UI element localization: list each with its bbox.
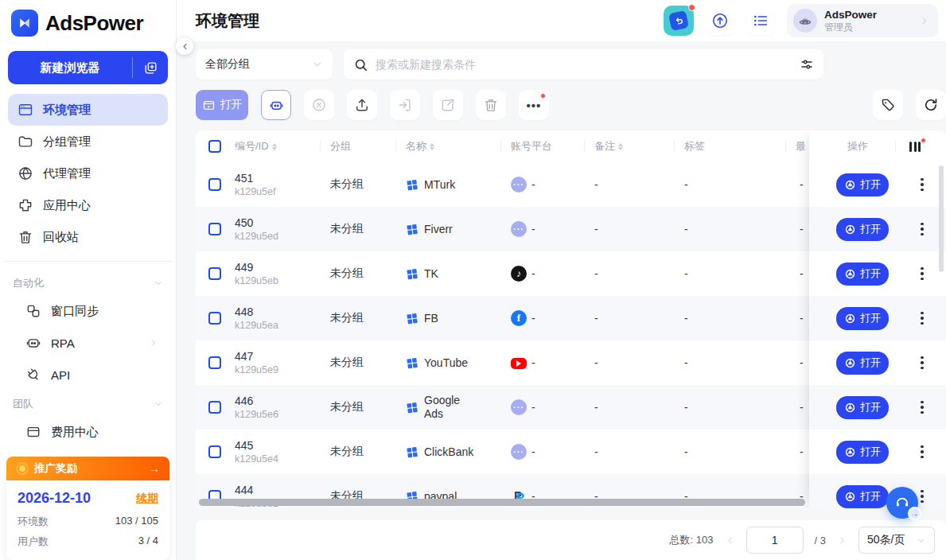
ops-fixed-panel: 操作 打开 打开 <box>809 130 946 509</box>
env-count-label: 环境数 <box>18 515 49 529</box>
row-id: 445 <box>235 438 330 453</box>
renew-link[interactable]: 续期 <box>136 492 158 506</box>
row-tag: - <box>684 267 796 280</box>
select-all-checkbox[interactable] <box>208 140 221 153</box>
coin-icon <box>16 462 29 475</box>
row-open-button[interactable]: 打开 <box>836 441 889 464</box>
row-more-menu[interactable] <box>917 264 927 284</box>
user-count-label: 用户数 <box>18 535 49 549</box>
sidebar-item-recycle-bin[interactable]: 回收站 <box>8 221 168 253</box>
sync-update-icon[interactable] <box>706 6 734 35</box>
row-more-menu[interactable] <box>917 398 927 418</box>
filter-sliders-icon[interactable] <box>800 57 814 72</box>
search-input[interactable] <box>376 58 792 71</box>
row-checkbox[interactable] <box>208 178 221 191</box>
row-open-button[interactable]: 打开 <box>836 262 889 286</box>
profile-menu[interactable]: AdsPower 管理员 <box>787 4 938 37</box>
sidebar-menu: 环境管理 分组管理 代理管理 应用中心 回收站 <box>0 89 176 253</box>
row-id: 448 <box>235 305 330 319</box>
export-upload-button[interactable] <box>347 90 377 120</box>
apps-icon <box>18 197 33 213</box>
row-code: k129u5e4 <box>235 453 330 466</box>
tags-button[interactable] <box>873 90 903 120</box>
row-more-menu[interactable] <box>917 487 927 507</box>
new-browser-button[interactable]: 新建浏览器 <box>8 51 168 84</box>
sidebar-item-rpa[interactable]: RPA <box>8 327 168 359</box>
chevron-down-icon <box>312 59 323 70</box>
more-actions-button[interactable]: ••• <box>519 90 549 120</box>
sidebar-item-apps[interactable]: 应用中心 <box>8 189 168 221</box>
row-more-menu[interactable] <box>917 309 927 329</box>
page-size-dropdown[interactable]: 50条/页 <box>858 527 935 554</box>
section-team[interactable]: 团队 <box>0 391 176 416</box>
close-browsers-button[interactable] <box>304 90 334 120</box>
row-open-button[interactable]: 打开 <box>836 396 889 419</box>
row-open-button[interactable]: 打开 <box>836 218 889 241</box>
row-checkbox[interactable] <box>208 401 221 414</box>
user-count-value: 3 / 4 <box>138 535 158 549</box>
row-open-button[interactable]: 打开 <box>836 173 889 196</box>
sidebar-collapse-button[interactable] <box>176 37 193 55</box>
row-checkbox[interactable] <box>208 267 221 280</box>
platform-icon: ··· <box>511 444 527 460</box>
column-header-id[interactable]: 编号/ID <box>235 139 330 154</box>
open-label: 打开 <box>860 356 881 370</box>
support-help-button[interactable]: → <box>886 487 918 519</box>
rpa-task-button[interactable] <box>261 90 291 120</box>
row-checkbox[interactable] <box>208 223 221 235</box>
row-open-button[interactable]: 打开 <box>836 352 889 375</box>
task-list-icon[interactable] <box>746 6 775 35</box>
column-settings-icon[interactable] <box>909 142 921 152</box>
window-sync-icon <box>25 303 41 319</box>
next-page-button[interactable] <box>837 535 847 546</box>
share-button[interactable] <box>433 90 463 120</box>
row-checkbox[interactable] <box>208 312 221 325</box>
robot-icon <box>25 335 41 351</box>
sidebar-item-label: 回收站 <box>43 230 79 245</box>
row-code: k129u5ed <box>235 230 330 243</box>
row-more-menu[interactable] <box>917 175 927 195</box>
sort-icon[interactable] <box>430 143 434 150</box>
sidebar-item-proxies[interactable]: 代理管理 <box>8 158 168 189</box>
sort-icon[interactable] <box>618 143 623 150</box>
row-more-menu[interactable] <box>917 353 927 373</box>
row-open-button[interactable]: 打开 <box>836 307 889 330</box>
platform-icon: ♪ <box>511 266 527 282</box>
refresh-button[interactable] <box>916 90 946 120</box>
row-checkbox[interactable] <box>208 356 221 369</box>
row-open-button[interactable]: 打开 <box>836 485 889 508</box>
profile-name: AdsPower <box>824 9 877 21</box>
brand-logo: AdsPower <box>0 0 176 41</box>
import-button[interactable] <box>390 90 420 120</box>
vertical-scrollbar[interactable] <box>939 165 944 272</box>
sidebar-item-window-sync[interactable]: 窗口同步 <box>8 295 168 327</box>
batch-open-button[interactable]: 打开 <box>196 90 248 120</box>
promo-banner[interactable]: 推广奖励 → <box>6 457 169 480</box>
group-filter-dropdown[interactable]: 全部分组 <box>196 49 333 80</box>
table-row-actions: 打开 <box>809 385 946 430</box>
row-remark: - <box>594 178 684 191</box>
sidebar-item-api[interactable]: API <box>8 359 168 391</box>
horizontal-scrollbar[interactable] <box>199 499 805 506</box>
platform-icon: ··· <box>511 221 527 237</box>
row-more-menu[interactable] <box>917 442 927 462</box>
column-header-remark[interactable]: 备注 <box>594 139 684 154</box>
sort-icon[interactable] <box>272 143 277 150</box>
youtube-icon <box>511 358 527 369</box>
column-header-name[interactable]: 名称 <box>406 139 511 154</box>
page-number-input[interactable] <box>746 527 804 554</box>
profile-role: 管理员 <box>824 21 877 33</box>
platform-icon <box>511 356 527 369</box>
sidebar-item-environments[interactable]: 环境管理 <box>8 94 168 126</box>
rollback-app-icon[interactable] <box>664 6 694 36</box>
row-checkbox[interactable] <box>208 445 221 458</box>
sidebar-item-groups[interactable]: 分组管理 <box>8 126 168 158</box>
batch-create-icon[interactable] <box>133 51 168 84</box>
browser-icon <box>18 102 33 118</box>
prev-page-button[interactable] <box>725 535 735 546</box>
row-more-menu[interactable] <box>917 220 927 239</box>
adspower-logo-icon <box>11 10 38 37</box>
section-automation[interactable]: 自动化 <box>0 270 176 295</box>
delete-button[interactable] <box>476 90 506 120</box>
sidebar-item-billing[interactable]: 费用中心 <box>8 416 168 448</box>
